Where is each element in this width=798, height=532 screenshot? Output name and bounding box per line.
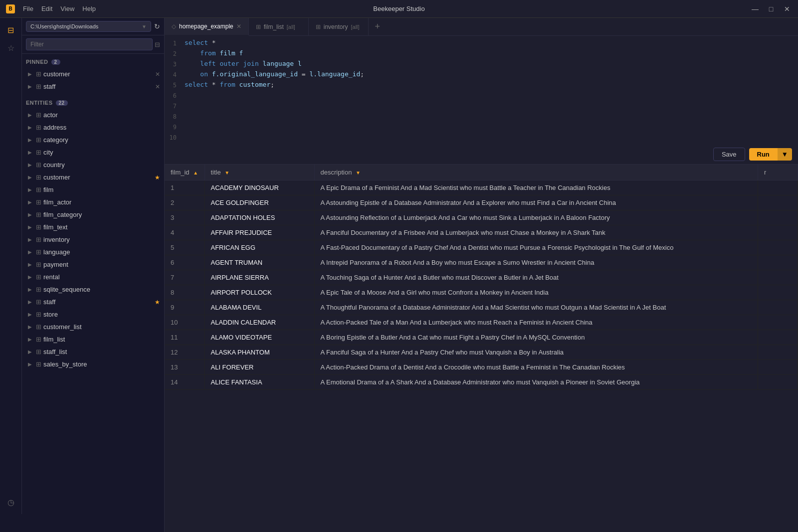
line-number: 4	[165, 69, 185, 80]
line-number: 10	[165, 132, 185, 143]
cell-description: A Touching Saga of a Hunter And a Butler…	[314, 270, 758, 285]
run-button[interactable]: Run	[749, 148, 778, 161]
cell-extra	[758, 300, 798, 315]
table-icon: ⊞	[36, 298, 41, 306]
table-row: 9 ALABAMA DEVIL A Thoughtful Panorama of…	[165, 300, 798, 315]
cell-extra	[758, 225, 798, 240]
sidebar-item-address[interactable]: ▶⊞address	[22, 121, 164, 134]
col-label: r	[764, 169, 766, 176]
cell-title: AGENT TRUMAN	[204, 255, 314, 270]
app-icon: B	[6, 4, 15, 13]
item-label: film_category	[43, 211, 160, 218]
refresh-btn[interactable]: ↻	[154, 22, 160, 30]
chevron-icon: ▶	[28, 324, 34, 330]
db-selector[interactable]: C:\Users\ghstng\Downloads ▼	[26, 21, 151, 32]
sidebar-item-film[interactable]: ▶⊞film	[22, 183, 164, 196]
cell-description: A Epic Drama of a Feminist And a Mad Sci…	[314, 180, 758, 195]
sidebar-item-rental[interactable]: ▶⊞rental	[22, 271, 164, 283]
col-label: description	[321, 169, 352, 176]
star-icon: ★	[155, 174, 160, 181]
tab-inventory[interactable]: ⊞ inventory [all]	[309, 18, 369, 35]
tab-close-icon[interactable]: ✕	[236, 23, 241, 30]
line-content: left outer join language l	[185, 59, 798, 69]
sidebar-item-film-text[interactable]: ▶⊞film_text	[22, 221, 164, 233]
menu-edit[interactable]: Edit	[41, 5, 52, 12]
tab-add-btn[interactable]: +	[369, 18, 387, 35]
sidebar-item-store[interactable]: ▶⊞store	[22, 308, 164, 321]
chevron-icon: ▶	[28, 187, 34, 192]
col-header-title[interactable]: title ▼	[204, 165, 314, 180]
sidebar-item-customer-pinned[interactable]: ▶ ⊞ customer ✕	[22, 68, 164, 80]
sidebar-item-customer[interactable]: ▶⊞customer★	[22, 171, 164, 183]
cell-film-id: 6	[165, 255, 204, 270]
chevron-icon: ▶	[28, 212, 34, 217]
entities-label: ENTITIES	[26, 100, 53, 106]
sidebar-item-inventory[interactable]: ▶⊞inventory	[22, 233, 164, 246]
database-icon[interactable]: ⊟	[3, 22, 19, 38]
cell-extra	[758, 255, 798, 270]
code-editor[interactable]: 1 select * 2 from film f 3 left outer jo…	[165, 36, 798, 145]
table-icon: ⊞	[36, 198, 41, 206]
sidebar-item-actor[interactable]: ▶⊞actor	[22, 109, 164, 121]
sidebar-item-film-list[interactable]: ▶⊞film_list	[22, 333, 164, 346]
col-header-film-id[interactable]: film_id ▲	[165, 165, 204, 180]
sidebar-item-country[interactable]: ▶⊞country	[22, 159, 164, 171]
menu-view[interactable]: View	[60, 5, 74, 12]
sidebar-item-staff[interactable]: ▶⊞staff★	[22, 296, 164, 308]
sidebar-item-staff-list[interactable]: ▶⊞staff_list	[22, 346, 164, 358]
chevron-icon: ▶	[28, 299, 34, 305]
close-icon[interactable]: ✕	[155, 83, 160, 90]
line-number: 2	[165, 48, 185, 59]
col-header-description[interactable]: description ▼	[314, 165, 758, 180]
chevron-icon: ▶	[28, 249, 34, 255]
cell-description: A Fast-Paced Documentary of a Pastry Che…	[314, 240, 758, 255]
maximize-btn[interactable]: □	[766, 5, 776, 13]
table-icon: ⊞	[36, 111, 41, 119]
cell-description: A Epic Tale of a Moose And a Girl who mu…	[314, 285, 758, 300]
sidebar-item-payment[interactable]: ▶⊞payment	[22, 258, 164, 271]
sidebar-item-city[interactable]: ▶⊞city	[22, 146, 164, 159]
menu-file[interactable]: File	[23, 5, 33, 12]
star-icon[interactable]: ☆	[3, 40, 19, 56]
pinned-label: PINNED	[26, 59, 48, 65]
filter-input[interactable]	[26, 38, 153, 50]
results-table-wrapper[interactable]: film_id ▲ title ▼ description ▼	[165, 165, 798, 532]
menu-help[interactable]: Help	[82, 5, 96, 12]
cell-extra	[758, 210, 798, 225]
sidebar-item-category[interactable]: ▶⊞category	[22, 134, 164, 146]
sidebar-item-customer-list[interactable]: ▶⊞customer_list	[22, 321, 164, 333]
cell-description: A Boring Epistle of a Butler And a Cat w…	[314, 330, 758, 345]
titlebar-left: B File Edit View Help	[6, 4, 96, 13]
code-line-1: 1 select *	[165, 38, 798, 48]
tab-film-list[interactable]: ⊞ film_list [all]	[249, 18, 309, 35]
col-header-extra[interactable]: r	[758, 165, 798, 180]
cell-film-id: 1	[165, 180, 204, 195]
sidebar-item-sales-by-store[interactable]: ▶⊞sales_by_store	[22, 358, 164, 370]
chevron-icon: ▶	[28, 125, 34, 130]
close-btn[interactable]: ✕	[782, 5, 792, 13]
item-label: film	[43, 186, 160, 193]
entities-count: 22	[56, 100, 68, 106]
sidebar-item-film-category[interactable]: ▶⊞film_category	[22, 208, 164, 221]
db-selector-row: C:\Users\ghstng\Downloads ▼ ↻	[22, 18, 164, 35]
run-dropdown-btn[interactable]: ▼	[778, 148, 792, 161]
code-line-9: 9	[165, 122, 798, 132]
table-row: 12 ALASKA PHANTOM A Fanciful Saga of a H…	[165, 345, 798, 360]
table-row: 8 AIRPORT POLLOCK A Epic Tale of a Moose…	[165, 285, 798, 300]
sidebar-item-film-actor[interactable]: ▶⊞film_actor	[22, 196, 164, 208]
history-icon[interactable]: ◷	[3, 494, 19, 510]
minimize-btn[interactable]: —	[750, 5, 760, 13]
line-content	[185, 101, 798, 111]
filter-icon[interactable]: ⊟	[155, 41, 160, 48]
cell-description: A Fanciful Documentary of a Frisbee And …	[314, 225, 758, 240]
save-button[interactable]: Save	[713, 148, 745, 161]
sidebar-item-staff-pinned[interactable]: ▶ ⊞ staff ✕	[22, 80, 164, 93]
cell-title: ALADDIN CALENDAR	[204, 315, 314, 330]
close-icon[interactable]: ✕	[155, 71, 160, 78]
sidebar-item-sqlite-sequence[interactable]: ▶⊞sqlite_sequence	[22, 283, 164, 296]
chevron-icon: ▶	[28, 162, 34, 168]
table-icon: ⊞	[36, 273, 41, 281]
sidebar-item-language[interactable]: ▶⊞language	[22, 246, 164, 258]
item-label: sales_by_store	[43, 360, 160, 368]
tab-homepage-example[interactable]: ◇ homepage_example ✕	[165, 18, 249, 36]
